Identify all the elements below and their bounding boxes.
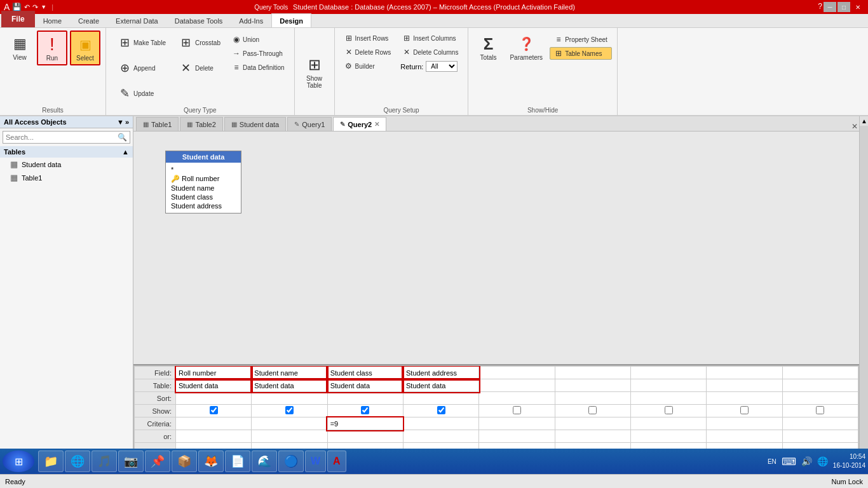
tab-dbtools[interactable]: Database Tools: [166, 13, 231, 27]
criteria-col1[interactable]: [176, 417, 252, 430]
tab-query1[interactable]: ✎ Query1: [287, 117, 332, 131]
tab-table2[interactable]: ▦ Table2: [180, 117, 222, 131]
table-col1[interactable]: Student data: [176, 379, 252, 392]
or-col5[interactable]: [479, 430, 555, 443]
sort-col9[interactable]: [782, 392, 858, 405]
table-col8[interactable]: [707, 379, 782, 392]
show-col7[interactable]: [630, 405, 706, 417]
or-col1[interactable]: [176, 430, 252, 443]
show-col9[interactable]: [782, 405, 858, 417]
taskbar-access[interactable]: A: [327, 451, 346, 472]
delete-button[interactable]: ✕ Delete: [173, 56, 225, 80]
criteria-col4[interactable]: [403, 417, 478, 430]
criteria-col2[interactable]: [252, 417, 327, 430]
field-col9[interactable]: [782, 367, 858, 379]
tab-create[interactable]: Create: [70, 13, 107, 27]
delete-rows-button[interactable]: ✕ Delete Rows: [340, 46, 396, 58]
field-col3[interactable]: Student class: [327, 367, 403, 379]
show-check6[interactable]: [588, 406, 597, 414]
union-button[interactable]: ◉ Union: [227, 33, 289, 46]
show-check9[interactable]: [816, 406, 824, 414]
or-col7[interactable]: [630, 430, 706, 443]
tab-student-data[interactable]: ▦ Student data: [224, 117, 286, 131]
quick-access-save[interactable]: 💾: [12, 3, 22, 11]
return-select[interactable]: All: [426, 61, 458, 72]
taskbar-ie[interactable]: 🌐: [65, 451, 90, 472]
start-button[interactable]: ⊞: [3, 451, 34, 472]
or-col4[interactable]: [403, 430, 478, 443]
property-sheet-button[interactable]: ≡ Property Sheet: [550, 33, 612, 46]
search-box[interactable]: 🔍: [3, 131, 130, 144]
make-table-button[interactable]: ⊞ Make Table: [111, 30, 170, 55]
tab-query2[interactable]: ✎ Query2 ✕: [333, 117, 386, 131]
show-col6[interactable]: [555, 405, 630, 417]
right-scrollbar[interactable]: ▲ ▼: [859, 116, 868, 488]
sort-col1[interactable]: [176, 392, 252, 405]
show-check4[interactable]: [437, 406, 445, 414]
field-col6[interactable]: [555, 367, 630, 379]
tab-home[interactable]: Home: [35, 13, 70, 27]
field-col7[interactable]: [630, 367, 706, 379]
show-check1[interactable]: [210, 406, 218, 414]
sort-col8[interactable]: [707, 392, 782, 405]
sort-col3[interactable]: [327, 392, 403, 405]
update-button[interactable]: ✎ Update: [111, 81, 170, 105]
show-col2[interactable]: [252, 405, 327, 417]
table-col9[interactable]: [782, 379, 858, 392]
or-col2[interactable]: [252, 430, 327, 443]
show-check8[interactable]: [740, 406, 749, 414]
totals-button[interactable]: Σ Totals: [473, 30, 503, 64]
show-col3[interactable]: [327, 405, 403, 417]
criteria-col7[interactable]: [630, 417, 706, 430]
tab-external[interactable]: External Data: [107, 13, 166, 27]
sidebar-expand-icon[interactable]: »: [125, 118, 129, 126]
select-button[interactable]: ▣ Select: [70, 30, 100, 65]
field-col5[interactable]: [479, 367, 555, 379]
maximize-btn[interactable]: □: [837, 2, 850, 12]
taskbar-explorer[interactable]: 📁: [38, 451, 64, 472]
or-col8[interactable]: [707, 430, 782, 443]
criteria-col3[interactable]: =9: [327, 417, 403, 430]
taskbar-edge[interactable]: 🌊: [252, 451, 277, 472]
quick-access-redo[interactable]: ↷: [32, 3, 38, 11]
builder-button[interactable]: ⚙ Builder: [340, 60, 396, 72]
table-col4[interactable]: Student data: [403, 379, 478, 392]
or-col9[interactable]: [782, 430, 858, 443]
taskbar-firefox[interactable]: 🦊: [198, 451, 224, 472]
pass-through-button[interactable]: → Pass-Through: [227, 47, 289, 60]
field-col1[interactable]: Roll number: [176, 367, 252, 379]
show-check5[interactable]: [513, 406, 521, 414]
taskbar-box[interactable]: 📦: [172, 451, 197, 472]
field-col2[interactable]: Student name: [252, 367, 327, 379]
field-col4[interactable]: Student address: [403, 367, 478, 379]
sidebar-menu-icon[interactable]: ▼: [117, 118, 124, 126]
tab-query2-close[interactable]: ✕: [374, 121, 379, 128]
tab-addins[interactable]: Add-Ins: [231, 13, 271, 27]
criteria-col5[interactable]: [479, 417, 555, 430]
view-button[interactable]: ▦ View: [5, 30, 34, 64]
show-table-button[interactable]: ⊞ Show Table: [300, 51, 329, 92]
show-col1[interactable]: [176, 405, 252, 417]
quick-access-dropdown[interactable]: ▼: [41, 4, 46, 10]
sort-col7[interactable]: [630, 392, 706, 405]
show-col8[interactable]: [707, 405, 782, 417]
taskbar-pin[interactable]: 📌: [145, 451, 170, 472]
crosstab-button[interactable]: ⊞ Crosstab: [173, 30, 225, 55]
taskbar-camera[interactable]: 📷: [118, 451, 144, 472]
or-col3[interactable]: [327, 430, 403, 443]
table-col7[interactable]: [630, 379, 706, 392]
run-button[interactable]: ! Run: [37, 30, 67, 65]
criteria-col8[interactable]: [707, 417, 782, 430]
taskbar-pdf[interactable]: 📄: [225, 451, 250, 472]
table-col6[interactable]: [555, 379, 630, 392]
close-btn[interactable]: ✕: [851, 2, 864, 12]
table-names-button[interactable]: ⊞ Table Names: [550, 47, 612, 60]
quick-access-undo[interactable]: ↶: [24, 3, 30, 11]
sort-col2[interactable]: [252, 392, 327, 405]
criteria-col9[interactable]: [782, 417, 858, 430]
insert-columns-button[interactable]: ⊞ Insert Columns: [398, 32, 463, 44]
table-col5[interactable]: [479, 379, 555, 392]
table-col3[interactable]: Student data: [327, 379, 403, 392]
table-col2[interactable]: Student data: [252, 379, 327, 392]
tab-file[interactable]: File: [1, 11, 35, 27]
